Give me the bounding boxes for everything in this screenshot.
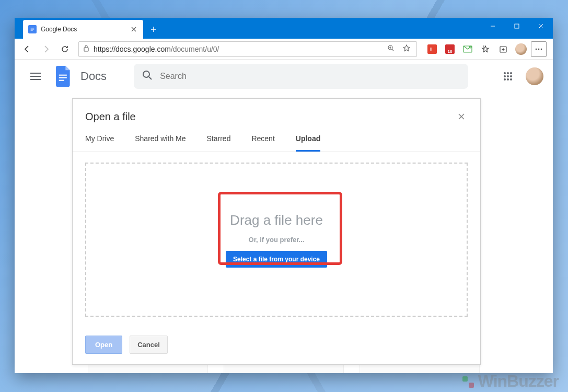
search-icon — [142, 70, 153, 83]
lock-icon — [83, 44, 89, 53]
dialog-close-button[interactable] — [455, 110, 468, 123]
drag-subtitle: Or, if you prefer... — [249, 236, 305, 244]
svg-point-22 — [504, 78, 506, 80]
svg-rect-4 — [84, 48, 88, 51]
extension-calendar[interactable]: 10 — [442, 41, 458, 57]
window-maximize-button[interactable] — [505, 18, 529, 34]
svg-point-23 — [507, 78, 509, 80]
browser-titlebar: Google Docs — [15, 18, 553, 39]
svg-point-21 — [510, 75, 512, 77]
svg-point-9 — [536, 48, 537, 50]
nav-forward-button[interactable] — [38, 41, 54, 57]
google-apps-button[interactable] — [497, 66, 518, 87]
window-minimize-button[interactable] — [481, 18, 505, 34]
new-tab-button[interactable] — [146, 22, 161, 37]
docs-favicon — [28, 25, 37, 33]
svg-point-17 — [507, 72, 509, 74]
dialog-footer: Open Cancel — [73, 327, 480, 364]
svg-point-11 — [541, 48, 542, 50]
main-menu-button[interactable] — [24, 65, 47, 88]
dialog-title: Open a file — [85, 111, 136, 123]
tab-recent[interactable]: Recent — [251, 134, 274, 152]
browser-menu-button[interactable] — [531, 41, 547, 57]
svg-point-15 — [143, 71, 149, 77]
svg-rect-3 — [515, 24, 519, 28]
tab-upload[interactable]: Upload — [296, 134, 320, 152]
nav-back-button[interactable] — [19, 41, 36, 57]
svg-rect-14 — [59, 80, 64, 81]
nav-refresh-button[interactable] — [56, 41, 73, 57]
search-input[interactable] — [160, 72, 460, 81]
watermark: WinBuzzer — [460, 372, 559, 391]
upload-dropzone[interactable]: Drag a file here Or, if you prefer... Se… — [85, 163, 468, 317]
select-file-button[interactable]: Select a file from your device — [226, 251, 327, 268]
window-close-button[interactable] — [529, 18, 553, 34]
cancel-button[interactable]: Cancel — [130, 336, 168, 354]
open-button[interactable]: Open — [85, 336, 122, 354]
svg-rect-0 — [31, 28, 34, 29]
page-content: Docs Open a file — [15, 60, 553, 373]
extension-bar: 10 — [422, 41, 549, 57]
svg-point-18 — [510, 72, 512, 74]
svg-point-20 — [507, 75, 509, 77]
watermark-logo-icon — [460, 374, 475, 389]
file-picker-dialog: Open a file My Drive Shared with Me Star… — [72, 98, 481, 365]
extension-mail[interactable] — [460, 41, 476, 57]
extension-favorites[interactable] — [478, 41, 493, 57]
search-box[interactable] — [134, 64, 468, 89]
watermark-text: WinBuzzer — [478, 372, 559, 391]
browser-tab-active[interactable]: Google Docs — [23, 20, 143, 39]
browser-toolbar: https://docs.google.com/document/u/0/ 10 — [15, 39, 553, 60]
user-account-avatar[interactable] — [526, 67, 543, 85]
drag-title: Drag a file here — [230, 212, 323, 228]
zoom-icon[interactable] — [385, 44, 397, 53]
extension-collections[interactable] — [495, 41, 511, 57]
svg-point-10 — [538, 48, 540, 50]
svg-rect-13 — [59, 77, 67, 78]
tab-shared-with-me[interactable]: Shared with Me — [135, 134, 186, 152]
favorite-star-icon[interactable] — [401, 44, 412, 53]
window-controls — [481, 18, 553, 34]
svg-point-24 — [510, 78, 512, 80]
svg-point-16 — [504, 72, 506, 74]
url-text: https://docs.google.com/document/u/0/ — [94, 45, 381, 53]
tab-close-button[interactable] — [130, 25, 138, 33]
browser-window: Google Docs https://docs.google. — [15, 18, 553, 373]
extension-todoist[interactable] — [424, 41, 440, 57]
docs-header: Docs — [15, 60, 553, 93]
svg-point-19 — [504, 75, 506, 77]
svg-rect-2 — [31, 30, 33, 31]
docs-app-title: Docs — [80, 70, 107, 83]
docs-logo-icon[interactable] — [53, 66, 74, 87]
tab-starred[interactable]: Starred — [207, 134, 231, 152]
address-bar[interactable]: https://docs.google.com/document/u/0/ — [78, 41, 417, 57]
svg-rect-1 — [31, 29, 34, 30]
tab-title: Google Docs — [41, 26, 125, 33]
profile-avatar[interactable] — [513, 41, 529, 57]
picker-tabs: My Drive Shared with Me Starred Recent U… — [73, 123, 480, 152]
svg-rect-12 — [59, 75, 67, 76]
tab-my-drive[interactable]: My Drive — [85, 134, 114, 152]
